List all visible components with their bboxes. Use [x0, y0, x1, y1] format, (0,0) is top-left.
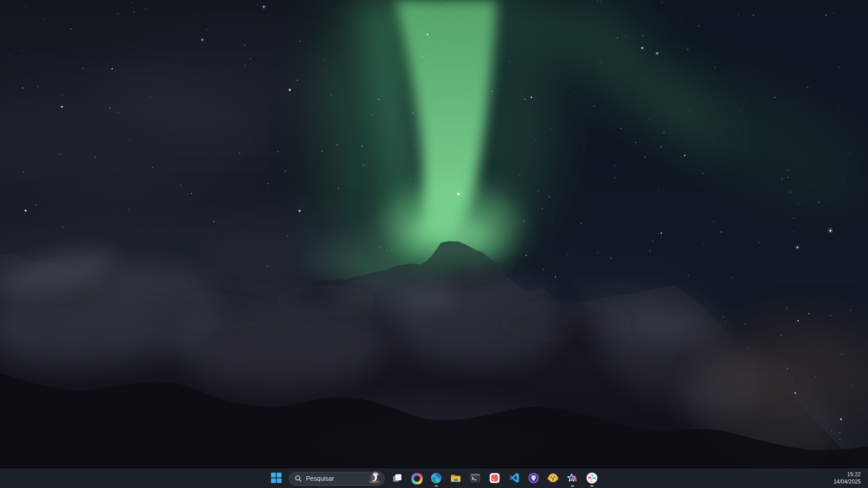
taskbar: Pesquisar [0, 469, 868, 488]
slack-icon [586, 472, 598, 485]
github-desktop-icon [528, 472, 539, 485]
terminal-icon [469, 472, 481, 485]
dog-face-app-button[interactable] [544, 470, 562, 487]
slack-button[interactable] [583, 470, 601, 487]
file-explorer-icon [450, 472, 462, 485]
search-box[interactable]: Pesquisar [289, 472, 385, 486]
task-view-icon [391, 472, 403, 485]
file-explorer-button[interactable] [447, 470, 465, 487]
puffin-bird-icon [367, 469, 382, 485]
svg-text:A: A [572, 474, 578, 482]
desktop-wallpaper [0, 0, 868, 488]
wallpaper-aurora-mountains [0, 0, 868, 488]
copilot-icon [411, 473, 423, 484]
taskbar-center-group: Pesquisar [267, 469, 601, 488]
edge-browser-button[interactable] [427, 470, 445, 487]
start-button[interactable] [267, 470, 285, 487]
edge-browser-icon [430, 472, 442, 485]
raycast-button[interactable] [486, 470, 504, 487]
vscode-icon [509, 472, 520, 485]
windows-start-icon [271, 472, 282, 485]
copilot-button[interactable] [408, 470, 426, 487]
task-view-button[interactable] [388, 470, 406, 487]
running-indicator [435, 485, 438, 487]
raycast-icon [489, 472, 501, 485]
search-placeholder: Pesquisar [306, 475, 334, 482]
terminal-button[interactable] [466, 470, 484, 487]
star-a-app-icon: A [567, 472, 578, 485]
github-desktop-button[interactable] [525, 470, 543, 487]
vscode-button[interactable] [505, 470, 523, 487]
star-a-app-button[interactable]: A [563, 470, 582, 487]
system-clock[interactable]: 15:22 14/04/2025 [832, 470, 863, 487]
search-icon [295, 475, 302, 482]
dog-face-app-icon [547, 472, 559, 485]
running-indicator [591, 485, 594, 487]
clock-time: 15:22 [834, 471, 861, 479]
clock-date: 14/04/2025 [834, 479, 861, 486]
running-indicator [571, 485, 574, 487]
